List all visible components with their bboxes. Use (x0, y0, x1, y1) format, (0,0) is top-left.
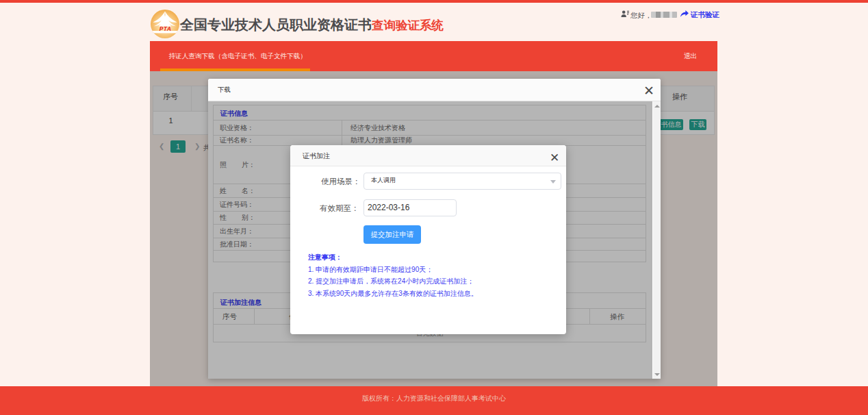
svg-text:PTA: PTA (159, 25, 172, 32)
